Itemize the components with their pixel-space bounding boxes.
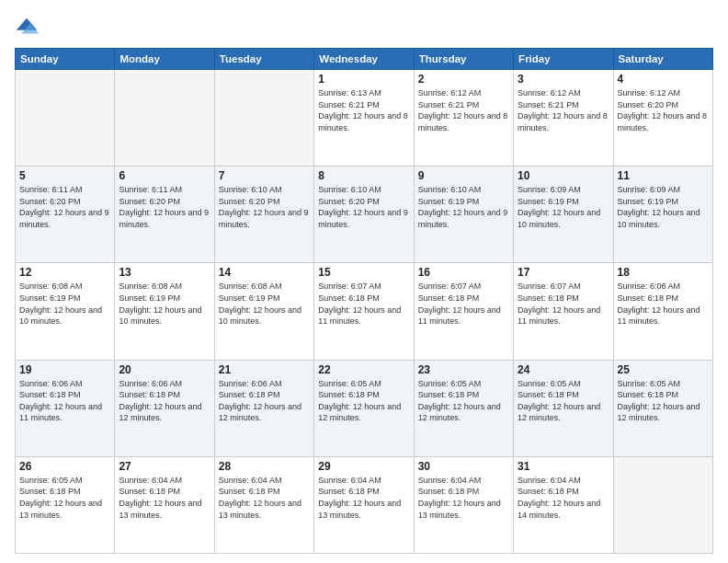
day-info: Sunrise: 6:05 AMSunset: 6:18 PMDaylight:… [418,378,509,424]
calendar-cell: 28Sunrise: 6:04 AMSunset: 6:18 PMDayligh… [214,456,313,553]
day-info: Sunrise: 6:10 AMSunset: 6:20 PMDaylight:… [219,184,310,230]
calendar-cell: 20Sunrise: 6:06 AMSunset: 6:18 PMDayligh… [115,360,214,456]
day-number: 30 [418,460,509,473]
day-info: Sunrise: 6:04 AMSunset: 6:18 PMDaylight:… [518,475,609,521]
day-info: Sunrise: 6:05 AMSunset: 6:18 PMDaylight:… [518,378,609,424]
day-info: Sunrise: 6:06 AMSunset: 6:18 PMDaylight:… [119,378,210,424]
calendar-cell: 9Sunrise: 6:10 AMSunset: 6:19 PMDaylight… [414,167,513,263]
calendar-header-row: SundayMondayTuesdayWednesdayThursdayFrid… [16,49,713,70]
calendar-cell: 16Sunrise: 6:07 AMSunset: 6:18 PMDayligh… [414,263,513,360]
day-number: 14 [219,266,310,279]
calendar-cell: 8Sunrise: 6:10 AMSunset: 6:20 PMDaylight… [314,167,414,263]
calendar-cell: 12Sunrise: 6:08 AMSunset: 6:19 PMDayligh… [16,263,115,360]
day-info: Sunrise: 6:04 AMSunset: 6:18 PMDaylight:… [418,475,509,521]
day-info: Sunrise: 6:12 AMSunset: 6:21 PMDaylight:… [518,87,609,133]
calendar-cell: 10Sunrise: 6:09 AMSunset: 6:19 PMDayligh… [514,167,613,263]
page: SundayMondayTuesdayWednesdayThursdayFrid… [0,0,728,563]
calendar-cell: 7Sunrise: 6:10 AMSunset: 6:20 PMDaylight… [214,167,313,263]
day-number: 1 [318,73,409,86]
day-number: 22 [318,363,409,376]
day-number: 3 [518,73,609,86]
day-number: 27 [119,460,210,473]
day-number: 17 [518,266,609,279]
day-info: Sunrise: 6:09 AMSunset: 6:19 PMDaylight:… [618,184,709,230]
day-info: Sunrise: 6:12 AMSunset: 6:20 PMDaylight:… [618,87,709,133]
day-info: Sunrise: 6:08 AMSunset: 6:19 PMDaylight:… [119,281,210,327]
day-info: Sunrise: 6:13 AMSunset: 6:21 PMDaylight:… [318,87,409,133]
day-number: 9 [418,169,509,182]
day-number: 15 [318,266,409,279]
day-info: Sunrise: 6:08 AMSunset: 6:19 PMDaylight:… [19,281,110,327]
day-info: Sunrise: 6:11 AMSunset: 6:20 PMDaylight:… [119,184,210,230]
calendar-cell [214,70,313,167]
col-header-friday: Friday [514,49,613,70]
day-info: Sunrise: 6:07 AMSunset: 6:18 PMDaylight:… [518,281,609,327]
calendar-week-row: 26Sunrise: 6:05 AMSunset: 6:18 PMDayligh… [16,456,713,553]
day-number: 4 [618,73,709,86]
day-info: Sunrise: 6:04 AMSunset: 6:18 PMDaylight:… [219,475,310,521]
day-number: 10 [518,169,609,182]
day-info: Sunrise: 6:05 AMSunset: 6:18 PMDaylight:… [318,378,409,424]
calendar-cell: 14Sunrise: 6:08 AMSunset: 6:19 PMDayligh… [214,263,313,360]
day-number: 7 [219,169,310,182]
day-number: 19 [19,363,110,376]
col-header-monday: Monday [115,49,214,70]
col-header-wednesday: Wednesday [314,49,414,70]
day-number: 20 [119,363,210,376]
day-info: Sunrise: 6:10 AMSunset: 6:20 PMDaylight:… [318,184,409,230]
calendar-cell: 15Sunrise: 6:07 AMSunset: 6:18 PMDayligh… [314,263,414,360]
calendar-week-row: 19Sunrise: 6:06 AMSunset: 6:18 PMDayligh… [16,360,713,456]
calendar-cell [16,70,115,167]
calendar-cell: 18Sunrise: 6:06 AMSunset: 6:18 PMDayligh… [613,263,712,360]
calendar-cell: 1Sunrise: 6:13 AMSunset: 6:21 PMDaylight… [314,70,414,167]
calendar-week-row: 1Sunrise: 6:13 AMSunset: 6:21 PMDaylight… [16,70,713,167]
col-header-sunday: Sunday [16,49,115,70]
col-header-tuesday: Tuesday [214,49,313,70]
col-header-thursday: Thursday [414,49,513,70]
calendar-week-row: 5Sunrise: 6:11 AMSunset: 6:20 PMDaylight… [16,167,713,263]
day-info: Sunrise: 6:06 AMSunset: 6:18 PMDaylight:… [19,378,110,424]
day-number: 16 [418,266,509,279]
day-number: 6 [119,169,210,182]
calendar-cell: 27Sunrise: 6:04 AMSunset: 6:18 PMDayligh… [115,456,214,553]
calendar-cell: 13Sunrise: 6:08 AMSunset: 6:19 PMDayligh… [115,263,214,360]
day-number: 26 [19,460,110,473]
day-number: 18 [618,266,709,279]
calendar-cell: 30Sunrise: 6:04 AMSunset: 6:18 PMDayligh… [414,456,513,553]
day-info: Sunrise: 6:06 AMSunset: 6:18 PMDaylight:… [219,378,310,424]
calendar-week-row: 12Sunrise: 6:08 AMSunset: 6:19 PMDayligh… [16,263,713,360]
day-number: 2 [418,73,509,86]
day-info: Sunrise: 6:11 AMSunset: 6:20 PMDaylight:… [19,184,110,230]
day-number: 5 [19,169,110,182]
calendar-cell: 21Sunrise: 6:06 AMSunset: 6:18 PMDayligh… [214,360,313,456]
day-number: 12 [19,266,110,279]
calendar-cell: 2Sunrise: 6:12 AMSunset: 6:21 PMDaylight… [414,70,513,167]
day-info: Sunrise: 6:06 AMSunset: 6:18 PMDaylight:… [618,281,709,327]
day-info: Sunrise: 6:07 AMSunset: 6:18 PMDaylight:… [418,281,509,327]
day-info: Sunrise: 6:10 AMSunset: 6:19 PMDaylight:… [418,184,509,230]
calendar-cell: 11Sunrise: 6:09 AMSunset: 6:19 PMDayligh… [613,167,712,263]
calendar-cell: 26Sunrise: 6:05 AMSunset: 6:18 PMDayligh… [16,456,115,553]
calendar-cell: 4Sunrise: 6:12 AMSunset: 6:20 PMDaylight… [613,70,712,167]
day-number: 11 [618,169,709,182]
calendar-cell: 29Sunrise: 6:04 AMSunset: 6:18 PMDayligh… [314,456,414,553]
calendar-cell: 23Sunrise: 6:05 AMSunset: 6:18 PMDayligh… [414,360,513,456]
calendar-cell: 17Sunrise: 6:07 AMSunset: 6:18 PMDayligh… [514,263,613,360]
day-number: 31 [518,460,609,473]
header [15,15,713,40]
day-info: Sunrise: 6:04 AMSunset: 6:18 PMDaylight:… [119,475,210,521]
day-info: Sunrise: 6:12 AMSunset: 6:21 PMDaylight:… [418,87,509,133]
logo [15,15,44,40]
calendar-cell: 5Sunrise: 6:11 AMSunset: 6:20 PMDaylight… [16,167,115,263]
logo-icon [15,15,40,40]
day-number: 25 [618,363,709,376]
calendar-cell [613,456,712,553]
calendar-cell: 24Sunrise: 6:05 AMSunset: 6:18 PMDayligh… [514,360,613,456]
col-header-saturday: Saturday [613,49,712,70]
day-number: 23 [418,363,509,376]
calendar-table: SundayMondayTuesdayWednesdayThursdayFrid… [15,48,713,554]
calendar-cell: 25Sunrise: 6:05 AMSunset: 6:18 PMDayligh… [613,360,712,456]
day-number: 8 [318,169,409,182]
calendar-cell: 31Sunrise: 6:04 AMSunset: 6:18 PMDayligh… [514,456,613,553]
day-info: Sunrise: 6:09 AMSunset: 6:19 PMDaylight:… [518,184,609,230]
